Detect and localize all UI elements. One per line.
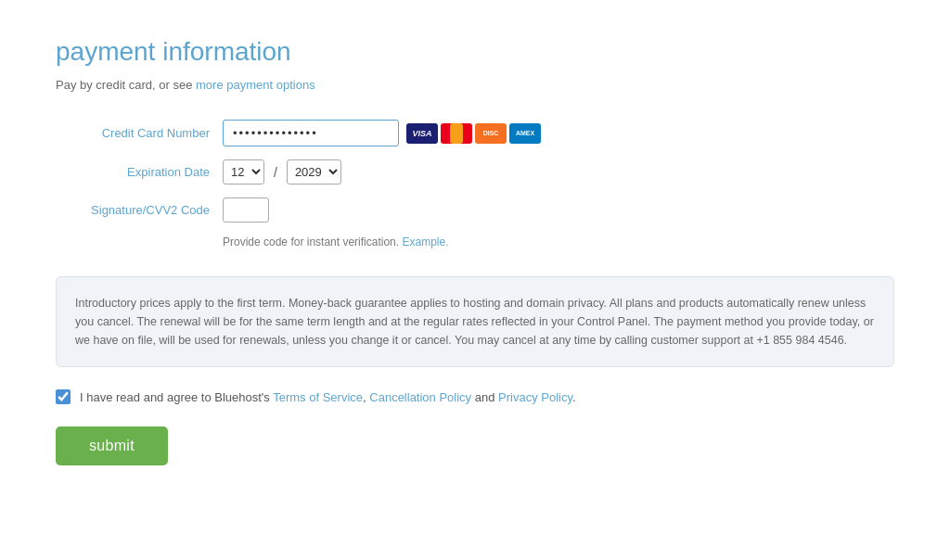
amex-icon: AMEX [509, 123, 541, 144]
privacy-policy-link[interactable]: Privacy Policy [498, 390, 572, 404]
exp-date-label: Expiration Date [56, 165, 223, 179]
cvv-input[interactable] [223, 197, 269, 223]
tos-link[interactable]: Terms of Service [273, 390, 363, 404]
more-payment-options-link[interactable]: more payment options [196, 78, 315, 92]
exp-date-row: Expiration Date 01 02 03 04 05 06 07 08 … [56, 159, 894, 185]
disclaimer-box: Introductory prices apply to the first t… [56, 276, 894, 367]
agreement-checkbox[interactable] [56, 389, 71, 404]
cancellation-policy-link[interactable]: Cancellation Policy [369, 390, 471, 404]
agreement-prefix: I have read and agree to Bluehost's [80, 390, 273, 404]
cvv-hint-text: Provide code for instant verification. [223, 235, 399, 248]
agreement-row: I have read and agree to Bluehost's Term… [56, 389, 894, 404]
cc-number-label: Credit Card Number [56, 126, 223, 140]
subtitle: Pay by credit card, or see more payment … [56, 78, 894, 92]
page-title: payment information [56, 37, 894, 67]
cvv-example-link[interactable]: Example. [402, 235, 448, 248]
agreement-period: . [572, 390, 576, 404]
mastercard-icon [441, 123, 472, 144]
agreement-text: I have read and agree to Bluehost's Term… [80, 390, 576, 404]
card-icons: VISA DISC AMEX [406, 123, 541, 144]
cvv-wrap [223, 197, 269, 223]
cc-number-wrap: VISA DISC AMEX [223, 120, 541, 146]
disclaimer-text: Introductory prices apply to the first t… [75, 294, 875, 350]
subtitle-text: Pay by credit card, or see [56, 78, 196, 92]
exp-slash: / [274, 165, 277, 180]
agreement-and: and [471, 390, 498, 404]
cvv-label: Signature/CVV2 Code [56, 203, 223, 217]
page-container: payment information Pay by credit card, … [0, 0, 950, 503]
visa-icon: VISA [406, 123, 438, 144]
payment-form: Credit Card Number VISA DISC AMEX Expira… [56, 120, 894, 248]
cvv-row: Signature/CVV2 Code [56, 197, 894, 223]
exp-month-select[interactable]: 01 02 03 04 05 06 07 08 09 10 11 12 [223, 159, 264, 185]
cc-number-input[interactable] [223, 120, 399, 146]
exp-date-wrap: 01 02 03 04 05 06 07 08 09 10 11 12 / 20… [223, 159, 341, 185]
submit-button[interactable]: submit [56, 426, 168, 465]
cvv-hint-row: Provide code for instant verification. E… [223, 235, 894, 248]
exp-year-select[interactable]: 2024 2025 2026 2027 2028 2029 2030 2031 … [287, 159, 341, 185]
discover-icon: DISC [475, 123, 507, 144]
cc-number-row: Credit Card Number VISA DISC AMEX [56, 120, 894, 146]
